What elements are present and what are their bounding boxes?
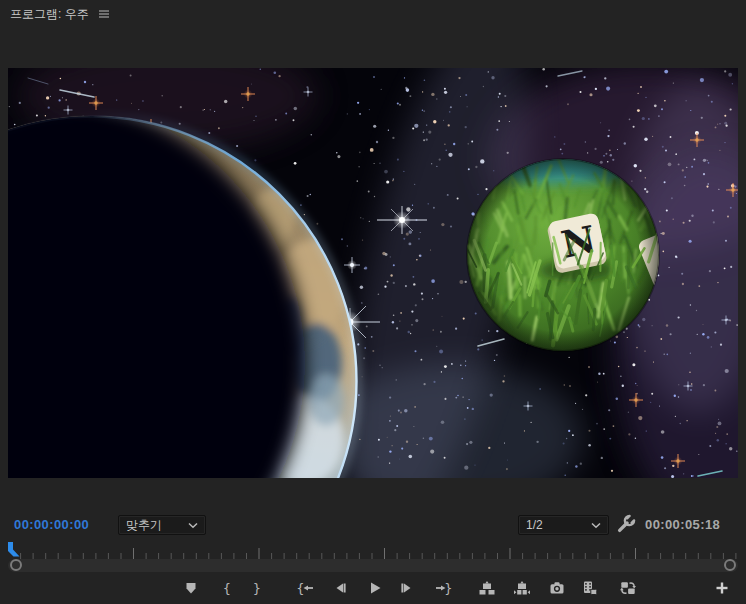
program-monitor-panel: 프로그램: 우주 <box>0 0 746 604</box>
step-back-button[interactable] <box>327 577 353 599</box>
svg-text:{: { <box>223 581 231 596</box>
panel-title: 프로그램: 우주 <box>10 6 89 23</box>
resolution-dropdown[interactable]: 1/2 <box>518 515 609 535</box>
svg-text:}: } <box>444 581 452 596</box>
chevron-down-icon <box>188 522 198 529</box>
svg-text:{: { <box>297 581 305 596</box>
step-forward-button[interactable] <box>394 577 420 599</box>
comparison-swap-button[interactable] <box>615 577 641 599</box>
zoom-scrollbar-right-handle[interactable] <box>724 559 736 571</box>
add-marker-button[interactable] <box>178 577 204 599</box>
export-clip-button[interactable] <box>577 577 603 599</box>
extract-button[interactable] <box>509 577 535 599</box>
fit-dropdown[interactable]: 맞추기 <box>118 515 206 535</box>
go-to-in-button[interactable]: { <box>292 577 318 599</box>
lift-button[interactable] <box>474 577 500 599</box>
chevron-down-icon <box>591 522 601 529</box>
panel-menu-icon[interactable] <box>98 9 110 19</box>
playhead[interactable] <box>6 542 26 560</box>
program-preview: N <box>8 68 738 478</box>
button-editor-button[interactable] <box>709 577 735 599</box>
mark-in-button[interactable]: { <box>214 577 240 599</box>
duration-timecode: 00:00:05:18 <box>645 517 720 532</box>
go-to-out-button[interactable]: } <box>430 577 456 599</box>
zoom-scrollbar[interactable] <box>8 559 738 572</box>
zoom-scrollbar-left-handle[interactable] <box>10 559 22 571</box>
export-frame-button[interactable] <box>544 577 570 599</box>
play-button[interactable] <box>362 577 388 599</box>
mark-out-button[interactable]: } <box>244 577 270 599</box>
fit-dropdown-value: 맞추기 <box>126 517 162 534</box>
current-timecode[interactable]: 00:00:00:00 <box>14 517 89 532</box>
settings-wrench-button[interactable] <box>614 512 638 536</box>
svg-text:}: } <box>253 581 261 596</box>
resolution-dropdown-value: 1/2 <box>526 518 543 532</box>
